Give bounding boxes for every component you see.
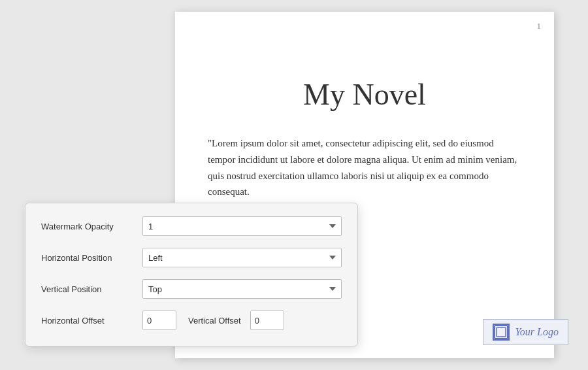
page-number: 1 xyxy=(537,21,542,31)
page-title: My Novel xyxy=(208,77,521,112)
page-body: "Lorem ipsum dolor sit amet, consectetur… xyxy=(208,135,521,200)
horizontal-position-row: Horizontal Position Left Center Right xyxy=(41,248,342,267)
opacity-label: Watermark Opacity xyxy=(41,222,142,231)
vertical-position-label: Vertical Position xyxy=(41,284,142,294)
horizontal-position-label: Horizontal Position xyxy=(41,253,142,263)
svg-rect-1 xyxy=(497,328,506,337)
logo-text: Your Logo xyxy=(515,326,559,338)
vertical-position-select[interactable]: Top Middle Bottom xyxy=(142,279,342,299)
watermark-logo: Your Logo xyxy=(483,319,568,345)
opacity-select[interactable]: 1 0.9 0.8 0.7 0.5 xyxy=(142,216,342,236)
horizontal-offset-input[interactable] xyxy=(142,311,176,330)
opacity-row: Watermark Opacity 1 0.9 0.8 0.7 0.5 xyxy=(41,216,342,236)
offset-row: Horizontal Offset Vertical Offset xyxy=(41,311,342,330)
vertical-offset-label: Vertical Offset xyxy=(188,316,241,326)
vertical-offset-input[interactable] xyxy=(250,311,284,330)
settings-panel: Watermark Opacity 1 0.9 0.8 0.7 0.5 Hori… xyxy=(25,203,358,346)
vertical-position-row: Vertical Position Top Middle Bottom xyxy=(41,279,342,299)
logo-icon xyxy=(493,324,510,341)
horizontal-offset-label: Horizontal Offset xyxy=(41,316,142,326)
horizontal-position-select[interactable]: Left Center Right xyxy=(142,248,342,267)
